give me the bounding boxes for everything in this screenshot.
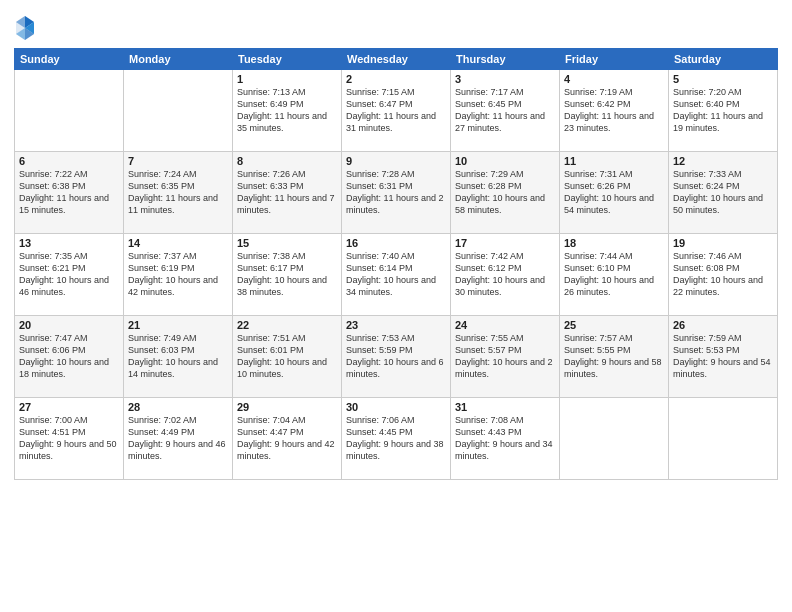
calendar-table: SundayMondayTuesdayWednesdayThursdayFrid… [14,48,778,480]
cell-content: Sunrise: 7:08 AM Sunset: 4:43 PM Dayligh… [455,414,555,463]
calendar-cell: 20Sunrise: 7:47 AM Sunset: 6:06 PM Dayli… [15,316,124,398]
calendar-cell: 23Sunrise: 7:53 AM Sunset: 5:59 PM Dayli… [342,316,451,398]
cell-content: Sunrise: 7:38 AM Sunset: 6:17 PM Dayligh… [237,250,337,299]
day-number: 17 [455,237,555,249]
day-number: 11 [564,155,664,167]
calendar-week-2: 6Sunrise: 7:22 AM Sunset: 6:38 PM Daylig… [15,152,778,234]
cell-content: Sunrise: 7:15 AM Sunset: 6:47 PM Dayligh… [346,86,446,135]
day-number: 30 [346,401,446,413]
cell-content: Sunrise: 7:24 AM Sunset: 6:35 PM Dayligh… [128,168,228,217]
day-number: 23 [346,319,446,331]
cell-content: Sunrise: 7:17 AM Sunset: 6:45 PM Dayligh… [455,86,555,135]
day-number: 21 [128,319,228,331]
calendar-week-1: 1Sunrise: 7:13 AM Sunset: 6:49 PM Daylig… [15,70,778,152]
day-number: 6 [19,155,119,167]
calendar-cell: 25Sunrise: 7:57 AM Sunset: 5:55 PM Dayli… [560,316,669,398]
page-header [14,10,778,42]
cell-content: Sunrise: 7:19 AM Sunset: 6:42 PM Dayligh… [564,86,664,135]
day-number: 3 [455,73,555,85]
day-number: 12 [673,155,773,167]
cell-content: Sunrise: 7:51 AM Sunset: 6:01 PM Dayligh… [237,332,337,381]
day-number: 27 [19,401,119,413]
day-number: 31 [455,401,555,413]
day-number: 16 [346,237,446,249]
calendar-week-5: 27Sunrise: 7:00 AM Sunset: 4:51 PM Dayli… [15,398,778,480]
calendar-cell: 16Sunrise: 7:40 AM Sunset: 6:14 PM Dayli… [342,234,451,316]
day-number: 22 [237,319,337,331]
day-number: 4 [564,73,664,85]
day-number: 2 [346,73,446,85]
day-header-thursday: Thursday [451,49,560,70]
day-header-friday: Friday [560,49,669,70]
cell-content: Sunrise: 7:57 AM Sunset: 5:55 PM Dayligh… [564,332,664,381]
cell-content: Sunrise: 7:37 AM Sunset: 6:19 PM Dayligh… [128,250,228,299]
calendar-cell: 1Sunrise: 7:13 AM Sunset: 6:49 PM Daylig… [233,70,342,152]
day-header-wednesday: Wednesday [342,49,451,70]
cell-content: Sunrise: 7:31 AM Sunset: 6:26 PM Dayligh… [564,168,664,217]
day-number: 1 [237,73,337,85]
cell-content: Sunrise: 7:04 AM Sunset: 4:47 PM Dayligh… [237,414,337,463]
calendar-cell [669,398,778,480]
day-number: 29 [237,401,337,413]
cell-content: Sunrise: 7:35 AM Sunset: 6:21 PM Dayligh… [19,250,119,299]
logo-icon [14,14,36,42]
calendar-cell: 19Sunrise: 7:46 AM Sunset: 6:08 PM Dayli… [669,234,778,316]
calendar-header-row: SundayMondayTuesdayWednesdayThursdayFrid… [15,49,778,70]
day-number: 8 [237,155,337,167]
calendar-cell: 12Sunrise: 7:33 AM Sunset: 6:24 PM Dayli… [669,152,778,234]
day-number: 7 [128,155,228,167]
cell-content: Sunrise: 7:46 AM Sunset: 6:08 PM Dayligh… [673,250,773,299]
calendar-cell: 13Sunrise: 7:35 AM Sunset: 6:21 PM Dayli… [15,234,124,316]
calendar-cell: 11Sunrise: 7:31 AM Sunset: 6:26 PM Dayli… [560,152,669,234]
calendar-cell: 10Sunrise: 7:29 AM Sunset: 6:28 PM Dayli… [451,152,560,234]
day-header-sunday: Sunday [15,49,124,70]
cell-content: Sunrise: 7:42 AM Sunset: 6:12 PM Dayligh… [455,250,555,299]
calendar-cell: 30Sunrise: 7:06 AM Sunset: 4:45 PM Dayli… [342,398,451,480]
day-number: 19 [673,237,773,249]
cell-content: Sunrise: 7:55 AM Sunset: 5:57 PM Dayligh… [455,332,555,381]
calendar-cell: 8Sunrise: 7:26 AM Sunset: 6:33 PM Daylig… [233,152,342,234]
day-number: 24 [455,319,555,331]
day-number: 25 [564,319,664,331]
cell-content: Sunrise: 7:02 AM Sunset: 4:49 PM Dayligh… [128,414,228,463]
calendar-cell: 18Sunrise: 7:44 AM Sunset: 6:10 PM Dayli… [560,234,669,316]
cell-content: Sunrise: 7:26 AM Sunset: 6:33 PM Dayligh… [237,168,337,217]
calendar-cell: 5Sunrise: 7:20 AM Sunset: 6:40 PM Daylig… [669,70,778,152]
cell-content: Sunrise: 7:47 AM Sunset: 6:06 PM Dayligh… [19,332,119,381]
calendar-cell: 2Sunrise: 7:15 AM Sunset: 6:47 PM Daylig… [342,70,451,152]
calendar-week-4: 20Sunrise: 7:47 AM Sunset: 6:06 PM Dayli… [15,316,778,398]
day-number: 13 [19,237,119,249]
calendar-cell: 31Sunrise: 7:08 AM Sunset: 4:43 PM Dayli… [451,398,560,480]
cell-content: Sunrise: 7:13 AM Sunset: 6:49 PM Dayligh… [237,86,337,135]
cell-content: Sunrise: 7:49 AM Sunset: 6:03 PM Dayligh… [128,332,228,381]
logo [14,14,38,42]
day-header-monday: Monday [124,49,233,70]
calendar-cell [124,70,233,152]
calendar-cell: 26Sunrise: 7:59 AM Sunset: 5:53 PM Dayli… [669,316,778,398]
cell-content: Sunrise: 7:40 AM Sunset: 6:14 PM Dayligh… [346,250,446,299]
day-header-tuesday: Tuesday [233,49,342,70]
calendar-cell: 4Sunrise: 7:19 AM Sunset: 6:42 PM Daylig… [560,70,669,152]
cell-content: Sunrise: 7:06 AM Sunset: 4:45 PM Dayligh… [346,414,446,463]
cell-content: Sunrise: 7:28 AM Sunset: 6:31 PM Dayligh… [346,168,446,217]
day-header-saturday: Saturday [669,49,778,70]
day-number: 20 [19,319,119,331]
calendar-cell: 29Sunrise: 7:04 AM Sunset: 4:47 PM Dayli… [233,398,342,480]
day-number: 28 [128,401,228,413]
calendar-cell: 22Sunrise: 7:51 AM Sunset: 6:01 PM Dayli… [233,316,342,398]
cell-content: Sunrise: 7:29 AM Sunset: 6:28 PM Dayligh… [455,168,555,217]
day-number: 9 [346,155,446,167]
day-number: 18 [564,237,664,249]
calendar-cell: 15Sunrise: 7:38 AM Sunset: 6:17 PM Dayli… [233,234,342,316]
calendar-cell: 21Sunrise: 7:49 AM Sunset: 6:03 PM Dayli… [124,316,233,398]
day-number: 14 [128,237,228,249]
calendar-cell [560,398,669,480]
cell-content: Sunrise: 7:22 AM Sunset: 6:38 PM Dayligh… [19,168,119,217]
calendar-week-3: 13Sunrise: 7:35 AM Sunset: 6:21 PM Dayli… [15,234,778,316]
day-number: 5 [673,73,773,85]
cell-content: Sunrise: 7:53 AM Sunset: 5:59 PM Dayligh… [346,332,446,381]
day-number: 10 [455,155,555,167]
cell-content: Sunrise: 7:33 AM Sunset: 6:24 PM Dayligh… [673,168,773,217]
calendar-cell: 17Sunrise: 7:42 AM Sunset: 6:12 PM Dayli… [451,234,560,316]
calendar-cell: 24Sunrise: 7:55 AM Sunset: 5:57 PM Dayli… [451,316,560,398]
